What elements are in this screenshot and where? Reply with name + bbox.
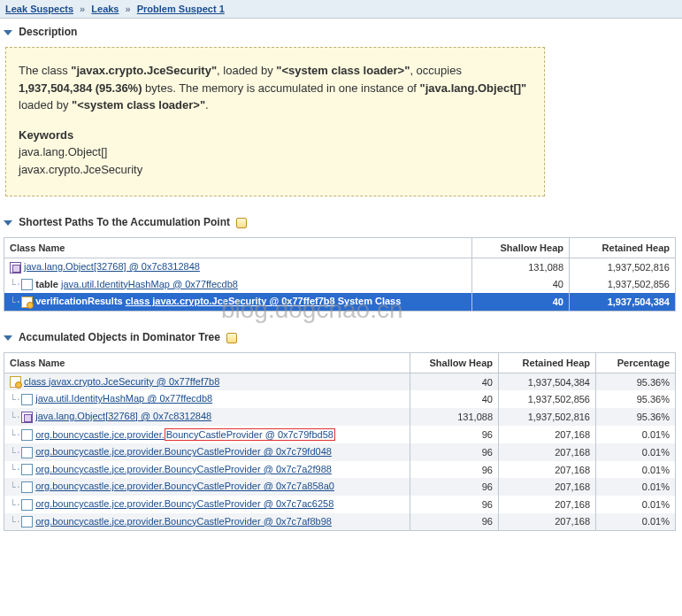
retained-heap-value: 207,168 bbox=[499, 443, 596, 461]
tree-branch-icon: └· bbox=[10, 429, 21, 441]
section-header-accumulated[interactable]: Accumulated Objects in Dominator Tree bbox=[0, 324, 682, 349]
col-class-name[interactable]: Class Name bbox=[4, 352, 410, 373]
shallow-heap-value: 96 bbox=[410, 478, 499, 496]
table-row[interactable]: └·org.bouncycastle.jce.provider.BouncyCa… bbox=[4, 461, 676, 479]
row-prefix: table bbox=[35, 279, 61, 289]
class-link[interactable]: org.bouncycastle.jce.provider.BouncyCast… bbox=[35, 429, 335, 440]
table-icon[interactable] bbox=[236, 218, 247, 228]
retained-heap-value: 207,168 bbox=[499, 426, 596, 444]
table-row[interactable]: └·verificationResults class javax.crypto… bbox=[4, 293, 676, 311]
class-link[interactable]: class javax.crypto.JceSecurity @ 0x77ffe… bbox=[126, 296, 335, 306]
table-row[interactable]: class javax.crypto.JceSecurity @ 0x77ffe… bbox=[4, 373, 676, 390]
table-row[interactable]: └·org.bouncycastle.jce.provider.BouncyCa… bbox=[4, 443, 676, 461]
class-link[interactable]: org.bouncycastle.jce.provider.BouncyCast… bbox=[35, 464, 332, 474]
obj-icon bbox=[21, 394, 33, 405]
table-row[interactable]: └·table java.util.IdentityHashMap @ 0x77… bbox=[4, 276, 676, 294]
twisty-down-icon bbox=[4, 30, 12, 35]
class-link[interactable]: org.bouncycastle.jce.provider.BouncyCast… bbox=[35, 481, 334, 491]
class-link[interactable]: java.lang.Object[32768] @ 0x7c8312848 bbox=[24, 261, 200, 272]
section-title: Description bbox=[19, 26, 77, 38]
retained-heap-value: 1,937,504,384 bbox=[570, 293, 676, 311]
twisty-down-icon bbox=[4, 220, 12, 226]
tree-branch-icon: └· bbox=[10, 394, 21, 405]
highlighted-text: BouncyCastleProvider @ 0x7c79fbd58 bbox=[165, 428, 335, 441]
table-row[interactable]: └·org.bouncycastle.jce.provider.BouncyCa… bbox=[4, 513, 676, 531]
obj-icon bbox=[21, 499, 33, 511]
percentage-value: 0.01% bbox=[596, 478, 676, 496]
obj-icon bbox=[21, 481, 33, 493]
keyword: java.lang.Object[] bbox=[19, 143, 532, 161]
breadcrumb-sep-icon: » bbox=[80, 4, 85, 14]
table-row[interactable]: └·org.bouncycastle.jce.provider.BouncyCa… bbox=[4, 478, 676, 496]
class-link[interactable]: java.lang.Object[32768] @ 0x7c8312848 bbox=[35, 411, 211, 421]
shallow-heap-value: 40 bbox=[472, 276, 570, 294]
col-retained-heap[interactable]: Retained Heap bbox=[570, 238, 676, 258]
retained-heap-value: 1,937,502,816 bbox=[499, 408, 596, 426]
obj-icon bbox=[21, 279, 33, 290]
percentage-value: 0.01% bbox=[596, 426, 676, 444]
accumulated-table: Class Name Shallow Heap Retained Heap Pe… bbox=[4, 352, 676, 531]
tree-branch-icon: └· bbox=[10, 279, 21, 290]
class-icon bbox=[10, 376, 21, 388]
col-percentage[interactable]: Percentage bbox=[596, 352, 676, 373]
table-row[interactable]: └·java.lang.Object[32768] @ 0x7c83128481… bbox=[4, 408, 676, 426]
retained-heap-value: 1,937,502,816 bbox=[570, 258, 676, 276]
table-row[interactable]: └·java.util.IdentityHashMap @ 0x77ffecdb… bbox=[4, 390, 676, 408]
col-shallow-heap[interactable]: Shallow Heap bbox=[410, 352, 499, 373]
section-title: Shortest Paths To the Accumulation Point bbox=[19, 216, 230, 228]
retained-heap-value: 1,937,504,384 bbox=[499, 373, 596, 390]
breadcrumb-sep-icon: » bbox=[126, 4, 131, 14]
percentage-value: 0.01% bbox=[596, 513, 676, 531]
tree-branch-icon: └· bbox=[10, 481, 21, 493]
table-row[interactable]: └·org.bouncycastle.jce.provider.BouncyCa… bbox=[4, 426, 676, 444]
class-link[interactable]: java.util.IdentityHashMap @ 0x77ffecdb8 bbox=[61, 279, 238, 289]
obj-icon bbox=[21, 516, 33, 527]
description-text: The class "javax.crypto.JceSecurity", lo… bbox=[19, 62, 532, 114]
retained-heap-value: 1,937,502,856 bbox=[570, 276, 676, 294]
table-row[interactable]: └·org.bouncycastle.jce.provider.BouncyCa… bbox=[4, 496, 676, 513]
shallow-heap-value: 40 bbox=[410, 373, 499, 390]
percentage-value: 0.01% bbox=[596, 461, 676, 479]
table-icon[interactable] bbox=[226, 333, 237, 343]
tree-branch-icon: └· bbox=[10, 447, 21, 458]
keyword: javax.crypto.JceSecurity bbox=[19, 161, 532, 179]
section-header-description[interactable]: Description bbox=[0, 19, 682, 43]
breadcrumb-link-leaks[interactable]: Leaks bbox=[91, 4, 119, 14]
class-link[interactable]: org.bouncycastle.jce.provider.BouncyCast… bbox=[35, 498, 333, 509]
col-shallow-heap[interactable]: Shallow Heap bbox=[472, 238, 570, 258]
retained-heap-value: 207,168 bbox=[499, 461, 596, 479]
keywords-title: Keywords bbox=[19, 127, 532, 144]
table-row[interactable]: java.lang.Object[32768] @ 0x7c8312848131… bbox=[4, 258, 676, 276]
breadcrumb: Leak Suspects » Leaks » Problem Suspect … bbox=[0, 0, 682, 19]
section-header-shortest-paths[interactable]: Shortest Paths To the Accumulation Point bbox=[0, 209, 682, 234]
tree-branch-icon: └· bbox=[10, 296, 21, 308]
percentage-value: 95.36% bbox=[596, 390, 676, 408]
percentage-value: 95.36% bbox=[596, 408, 676, 426]
class-link[interactable]: java.util.IdentityHashMap @ 0x77ffecdb8 bbox=[35, 393, 212, 404]
class-link[interactable]: class javax.crypto.JceSecurity @ 0x77ffe… bbox=[24, 376, 219, 387]
breadcrumb-link-leak-suspects[interactable]: Leak Suspects bbox=[5, 4, 73, 14]
shortest-paths-table: Class Name Shallow Heap Retained Heap ja… bbox=[4, 237, 676, 312]
percentage-value: 95.36% bbox=[596, 373, 676, 390]
col-class-name[interactable]: Class Name bbox=[4, 238, 472, 258]
percentage-value: 0.01% bbox=[596, 443, 676, 461]
col-retained-heap[interactable]: Retained Heap bbox=[499, 352, 596, 373]
class-link[interactable]: org.bouncycastle.jce.provider.BouncyCast… bbox=[35, 516, 332, 527]
breadcrumb-link-problem-suspect[interactable]: Problem Suspect 1 bbox=[137, 4, 225, 14]
retained-heap-value: 207,168 bbox=[499, 478, 596, 496]
tree-branch-icon: └· bbox=[10, 412, 21, 423]
twisty-down-icon bbox=[4, 335, 12, 341]
tree-branch-icon: └· bbox=[10, 499, 21, 511]
shallow-heap-value: 96 bbox=[410, 426, 499, 444]
shallow-heap-value: 96 bbox=[410, 443, 499, 461]
obj-icon bbox=[21, 429, 33, 441]
arr-icon bbox=[21, 412, 33, 423]
class-icon bbox=[21, 296, 33, 308]
section-title: Accumulated Objects in Dominator Tree bbox=[19, 331, 220, 343]
shallow-heap-value: 96 bbox=[410, 513, 499, 531]
obj-icon bbox=[21, 464, 33, 475]
obj-icon bbox=[21, 447, 33, 458]
tree-branch-icon: └· bbox=[10, 464, 21, 475]
retained-heap-value: 207,168 bbox=[499, 513, 596, 531]
class-link[interactable]: org.bouncycastle.jce.provider.BouncyCast… bbox=[35, 446, 332, 457]
